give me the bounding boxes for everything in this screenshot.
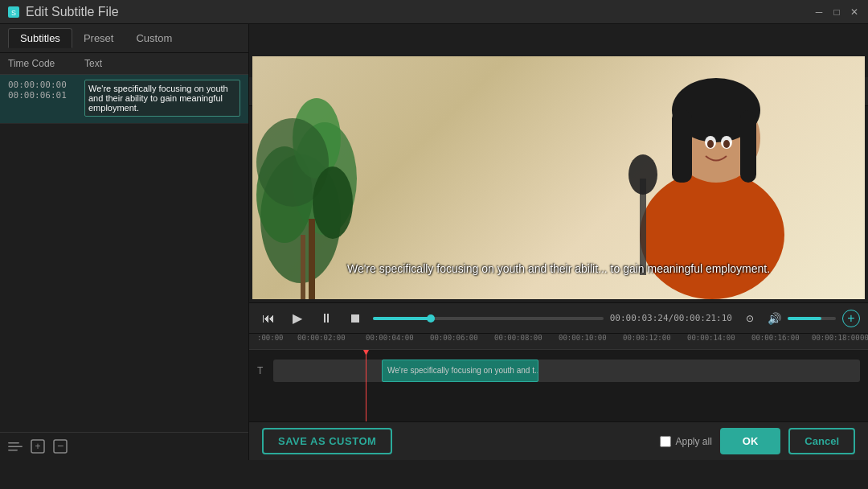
add-icon: +: [31, 439, 45, 454]
ruler-mark-10: 00:00:20:00: [860, 334, 868, 342]
timeline-tracks: T We're specifically focusing on youth a…: [249, 350, 868, 421]
cancel-button[interactable]: Cancel: [788, 428, 855, 454]
tabs-row: Subtitles Preset Custom: [0, 24, 248, 53]
left-panel-bottom: + −: [0, 432, 248, 460]
subtitle-track-row: T We're specifically focusing on youth a…: [249, 356, 868, 384]
save-as-custom-button[interactable]: SAVE AS CUSTOM: [262, 428, 392, 454]
subtitle-table-header: Time Code Text: [0, 53, 248, 75]
add-subtitle-button[interactable]: +: [31, 439, 45, 454]
ruler-mark-0: :00:00: [257, 334, 284, 342]
remove-icon: −: [53, 439, 68, 454]
title-bar: S Edit Subtitle File ─ □ ✕: [0, 0, 868, 24]
volume-icon: 🔊: [768, 312, 781, 325]
title-bar-left: S Edit Subtitle File: [8, 5, 119, 19]
tab-custom[interactable]: Custom: [125, 29, 183, 47]
main-layout: Subtitles Preset Custom Time Code Text 0…: [0, 24, 868, 460]
ruler-mark-5: 00:00:10:00: [559, 334, 607, 342]
svg-rect-36: [740, 110, 756, 183]
window-title: Edit Subtitle File: [26, 5, 119, 19]
progress-bar[interactable]: [373, 317, 604, 320]
play-button[interactable]: ▶: [286, 307, 309, 330]
controls-bar: ⏮ ▶ ⏸ ⏹ 00:00:03:24/00:00:21:10 ⊙ 🔊 +: [249, 302, 868, 333]
volume-fill: [788, 317, 821, 320]
svg-text:+: +: [35, 441, 40, 452]
playhead[interactable]: [366, 350, 366, 421]
track-content[interactable]: We're specifically focusing on youth and…: [273, 360, 860, 382]
apply-all-container: Apply all: [660, 436, 712, 447]
ruler-mark-2: 00:00:04:00: [366, 334, 414, 342]
svg-rect-3: [8, 446, 23, 448]
timeline: :00:00 00:00:02:00 00:00:04:00 00:00:06:…: [249, 333, 868, 421]
svg-rect-35: [672, 110, 692, 183]
speed-button[interactable]: ⊙: [739, 307, 761, 330]
minimize-button[interactable]: ─: [813, 6, 825, 18]
subtitle-text-cell[interactable]: We're specifically focusing on youth and…: [84, 80, 240, 118]
svg-point-32: [640, 171, 784, 299]
apply-all-checkbox[interactable]: [660, 436, 671, 447]
svg-point-40: [723, 140, 730, 148]
subtitle-text-input[interactable]: We're specifically focusing on youth and…: [84, 80, 240, 117]
bottom-bar: SAVE AS CUSTOM Apply all OK Cancel: [249, 421, 868, 460]
bottom-right-buttons: Apply all OK Cancel: [660, 428, 856, 454]
title-controls: ─ □ ✕: [813, 6, 860, 18]
svg-rect-30: [309, 219, 315, 299]
pause-button[interactable]: ⏸: [315, 307, 338, 330]
ruler-mark-1: 00:00:02:00: [297, 334, 346, 342]
subtitle-clip[interactable]: We're specifically focusing on youth and…: [382, 360, 538, 382]
settings-icon: [8, 441, 23, 452]
apply-all-label: Apply all: [676, 436, 712, 447]
ruler-mark-9: 00:00:18:00: [812, 334, 860, 342]
person-silhouette: [592, 34, 833, 299]
svg-point-42: [628, 154, 657, 195]
volume-bar[interactable]: [788, 317, 836, 320]
svg-rect-4: [8, 450, 18, 451]
subtitle-timecode: 00:00:00:00 00:00:06:01: [8, 80, 84, 118]
timeline-ruler: :00:00 00:00:02:00 00:00:04:00 00:00:06:…: [249, 334, 868, 350]
ok-button[interactable]: OK: [720, 428, 781, 454]
progress-fill: [373, 317, 431, 320]
ruler-mark-6: 00:00:12:00: [623, 334, 671, 342]
time-display: 00:00:03:24/00:00:21:10: [610, 313, 732, 323]
ruler-mark-8: 00:00:16:00: [751, 334, 800, 342]
maximize-button[interactable]: □: [831, 6, 842, 18]
svg-text:−: −: [57, 439, 63, 452]
close-button[interactable]: ✕: [849, 6, 860, 18]
right-panel: Arial 20 B I: [249, 24, 868, 460]
playhead-top: [363, 350, 369, 355]
col-timecode-header: Time Code: [8, 58, 84, 69]
remove-subtitle-button[interactable]: −: [53, 439, 68, 454]
svg-rect-2: [8, 442, 19, 444]
ruler-mark-7: 00:00:14:00: [687, 334, 735, 342]
ruler-mark-3: 00:00:06:00: [430, 334, 478, 342]
tab-subtitles[interactable]: Subtitles: [8, 28, 72, 48]
video-background: We're specifically focusing on youth and…: [252, 56, 865, 299]
add-track-button[interactable]: +: [842, 310, 860, 327]
app-icon: S: [8, 6, 19, 18]
subtitle-row[interactable]: 00:00:00:00 00:00:06:01 We're specifical…: [0, 75, 248, 124]
svg-text:S: S: [11, 9, 16, 17]
col-text-header: Text: [84, 58, 240, 69]
video-area: We're specifically focusing on youth and…: [252, 56, 865, 299]
tab-preset[interactable]: Preset: [72, 29, 125, 47]
left-panel: Subtitles Preset Custom Time Code Text 0…: [0, 24, 249, 460]
ruler-mark-4: 00:00:08:00: [494, 334, 542, 342]
subtitle-overlay: We're specifically focusing on youth and…: [252, 262, 865, 275]
svg-point-39: [707, 140, 714, 148]
svg-point-29: [313, 166, 353, 239]
settings-icon-button[interactable]: [8, 441, 23, 452]
track-type-icon: T: [257, 365, 273, 376]
progress-thumb: [427, 314, 435, 323]
skip-back-button[interactable]: ⏮: [257, 307, 280, 330]
stop-button[interactable]: ⏹: [344, 307, 366, 330]
